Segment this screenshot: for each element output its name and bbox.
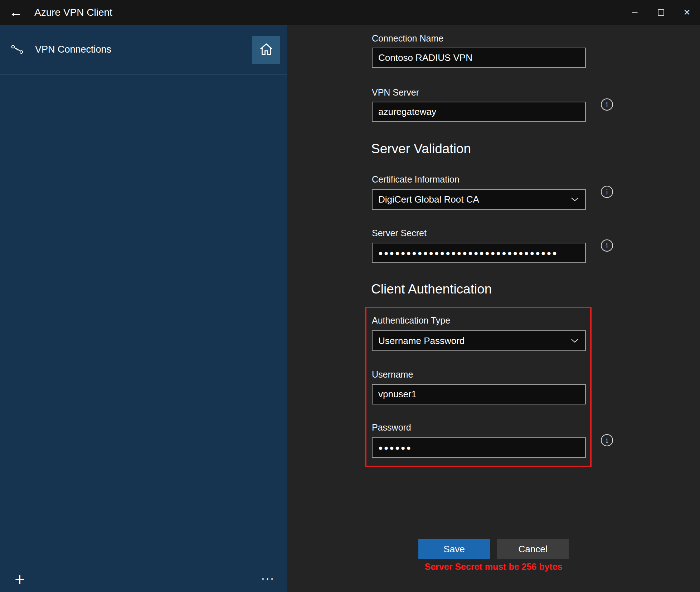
password-input[interactable] — [372, 437, 586, 458]
sidebar-divider — [0, 74, 287, 74]
maximize-icon — [658, 9, 664, 16]
server-secret-error: Server Secret must be 256 bytes — [415, 562, 572, 572]
cancel-button[interactable]: Cancel — [497, 539, 569, 559]
titlebar: ← Azure VPN Client ─ ✕ — [0, 0, 700, 25]
back-button[interactable]: ← — [0, 0, 31, 25]
azure-vpn-client-window: ← Azure VPN Client ─ ✕ VPN Connections — [0, 0, 700, 592]
password-label: Password — [372, 422, 411, 433]
sidebar: VPN Connections + ••• — [0, 25, 287, 592]
authentication-type-value: Username Password — [378, 335, 465, 346]
home-button[interactable] — [252, 36, 280, 64]
certificate-info-icon[interactable]: i — [601, 186, 613, 198]
username-label: Username — [372, 369, 413, 380]
info-glyph: i — [606, 242, 608, 250]
minimize-icon: ─ — [632, 9, 638, 16]
certificate-information-label: Certificate Information — [372, 174, 460, 185]
maximize-button[interactable] — [648, 0, 674, 25]
more-options-button[interactable]: ••• — [256, 568, 281, 590]
chevron-down-icon — [571, 339, 579, 343]
username-input[interactable] — [372, 384, 586, 404]
window-title: Azure VPN Client — [34, 7, 112, 18]
connection-name-input[interactable] — [372, 48, 586, 68]
info-glyph: i — [606, 188, 608, 196]
plus-icon: + — [15, 569, 25, 589]
connection-form: Connection Name VPN Server i Server Vali… — [287, 25, 700, 592]
certificate-information-dropdown[interactable]: DigiCert Global Root CA — [372, 189, 586, 210]
vpn-connections-icon — [11, 44, 24, 56]
info-glyph: i — [606, 101, 608, 109]
save-button[interactable]: Save — [418, 539, 490, 559]
sidebar-title: VPN Connections — [35, 44, 111, 55]
close-button[interactable]: ✕ — [674, 0, 700, 25]
close-icon: ✕ — [683, 8, 690, 18]
server-secret-info-icon[interactable]: i — [601, 239, 613, 252]
vpn-server-info-icon[interactable]: i — [601, 98, 613, 111]
client-authentication-heading: Client Authentication — [371, 282, 492, 297]
ellipsis-icon: ••• — [262, 576, 276, 582]
server-secret-label: Server Secret — [372, 228, 427, 238]
minimize-button[interactable]: ─ — [622, 0, 648, 25]
window-controls: ─ ✕ — [622, 0, 700, 25]
vpn-server-label: VPN Server — [372, 87, 419, 98]
vpn-server-input[interactable] — [372, 102, 586, 122]
back-arrow-icon: ← — [9, 5, 23, 20]
connection-name-label: Connection Name — [372, 33, 443, 44]
certificate-information-value: DigiCert Global Root CA — [378, 194, 479, 205]
chevron-down-icon — [571, 197, 579, 202]
authentication-type-label: Authentication Type — [372, 315, 450, 326]
info-glyph: i — [606, 436, 608, 445]
home-icon — [259, 42, 274, 58]
add-connection-button[interactable]: + — [9, 568, 31, 590]
server-secret-input[interactable] — [372, 243, 586, 263]
authentication-type-dropdown[interactable]: Username Password — [372, 330, 586, 351]
server-validation-heading: Server Validation — [371, 141, 471, 156]
password-info-icon[interactable]: i — [601, 434, 613, 446]
